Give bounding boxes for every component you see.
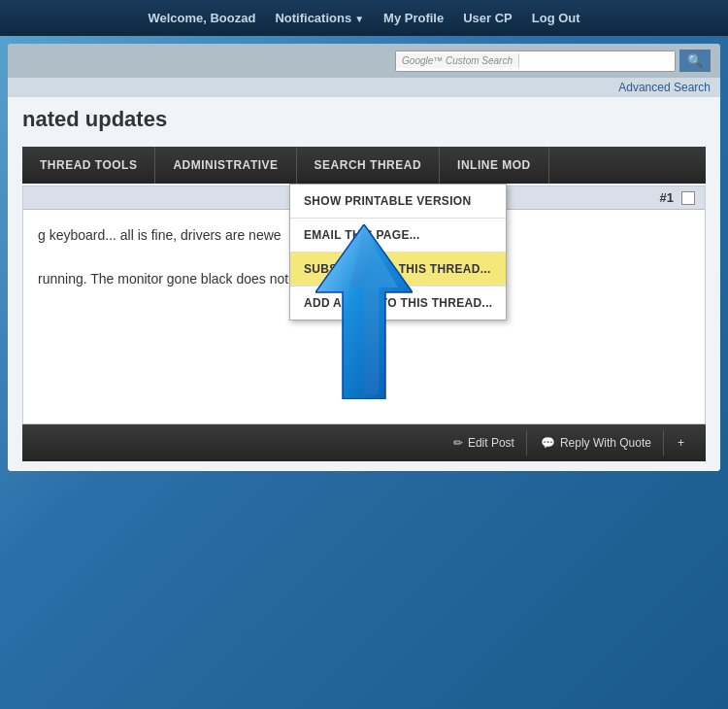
administrative-button[interactable]: ADMINISTRATIVE bbox=[155, 147, 296, 184]
content-area: nated updates THREAD TOOLS ADMINISTRATIV… bbox=[8, 97, 720, 471]
search-bar: Google™ Custom Search 🔍 bbox=[8, 44, 720, 78]
log-out-link[interactable]: Log Out bbox=[532, 11, 580, 25]
post-number: #1 bbox=[660, 190, 674, 205]
search-label: Google™ Custom Search bbox=[396, 53, 519, 68]
quote-icon: 💬 bbox=[541, 436, 555, 450]
search-input[interactable] bbox=[519, 51, 675, 71]
dropdown-item-poll[interactable]: ADD A POLL TO THIS THREAD... bbox=[290, 287, 506, 320]
search-thread-button[interactable]: SEARCH THREAD bbox=[297, 147, 441, 184]
inline-mod-button[interactable]: INLINE MOD bbox=[440, 147, 549, 184]
notifications-link[interactable]: Notifications▼ bbox=[275, 11, 364, 25]
notifications-dropdown-arrow: ▼ bbox=[354, 14, 364, 24]
edit-icon: ✏ bbox=[453, 436, 463, 450]
thread-tools-bar: THREAD TOOLS ADMINISTRATIVE SEARCH THREA… bbox=[22, 147, 706, 184]
edit-post-button[interactable]: ✏ Edit Post bbox=[442, 430, 527, 456]
dropdown-item-subscribe[interactable]: SUBSCRIBE TO THIS THREAD... bbox=[290, 253, 506, 287]
my-profile-link[interactable]: My Profile bbox=[383, 11, 444, 25]
thread-tools-dropdown: SHOW PRINTABLE VERSION EMAIL THIS PAGE..… bbox=[289, 184, 507, 321]
top-navigation: Welcome, Boozad Notifications▼ My Profil… bbox=[0, 0, 728, 36]
dropdown-item-email[interactable]: EMAIL THIS PAGE... bbox=[290, 219, 506, 253]
post-checkbox[interactable] bbox=[681, 191, 695, 205]
extra-button[interactable]: + bbox=[666, 430, 696, 456]
advanced-search-link[interactable]: Advanced Search bbox=[618, 81, 711, 94]
search-button[interactable]: 🔍 bbox=[679, 50, 711, 72]
dropdown-item-printable[interactable]: SHOW PRINTABLE VERSION bbox=[290, 185, 506, 219]
main-wrapper: Google™ Custom Search 🔍 Advanced Search … bbox=[8, 44, 720, 471]
content-wrapper: THREAD TOOLS ADMINISTRATIVE SEARCH THREA… bbox=[22, 147, 706, 461]
advanced-search-row: Advanced Search bbox=[8, 78, 720, 97]
welcome-text: Welcome, Boozad bbox=[148, 11, 255, 25]
reply-with-quote-button[interactable]: 💬 Reply With Quote bbox=[529, 430, 664, 456]
post-footer: ✏ Edit Post 💬 Reply With Quote + bbox=[22, 424, 706, 461]
user-cp-link[interactable]: User CP bbox=[463, 11, 513, 25]
page-title: nated updates bbox=[22, 107, 706, 132]
thread-tools-button[interactable]: THREAD TOOLS bbox=[22, 147, 155, 184]
search-input-wrap: Google™ Custom Search bbox=[395, 51, 676, 72]
